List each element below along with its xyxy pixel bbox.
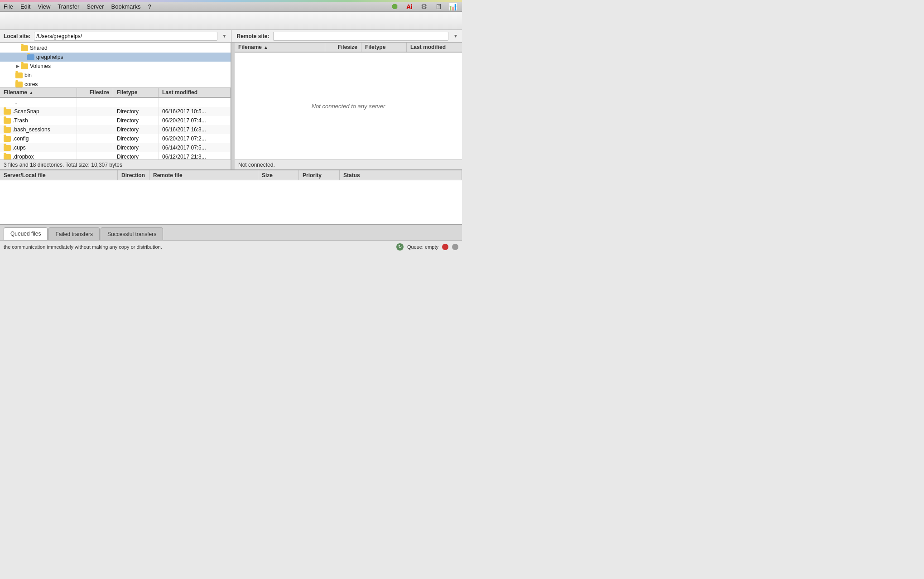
toolbar-icon-activity[interactable]: 📊 [448, 1, 458, 12]
local-site-input[interactable] [34, 32, 217, 41]
t-col-priority[interactable]: Priority [299, 170, 340, 180]
left-panel: Shared gregphelps ▶ Volumes bin cores [0, 43, 231, 169]
bottom-status-text: the communication immediately without ma… [4, 244, 162, 250]
left-col-filetype[interactable]: Filetype [113, 88, 159, 97]
menubar-item-file[interactable]: File [4, 3, 13, 10]
toolbar-icon-monitor[interactable]: 🖥 [433, 1, 444, 12]
tabs-bar: Queued files Failed transfers Successful… [0, 224, 462, 240]
tree-label-gregphelps: gregphelps [36, 54, 63, 60]
tree-item-cores[interactable]: cores [0, 80, 231, 88]
tree-item-shared[interactable]: Shared [0, 43, 231, 53]
t-col-server[interactable]: Server/Local file [0, 170, 118, 180]
remote-site-label: Remote site: [233, 33, 273, 39]
right-col-modified[interactable]: Last modified [407, 43, 462, 52]
local-site-label: Local site: [0, 33, 34, 39]
t-col-direction[interactable]: Direction [118, 170, 149, 180]
menubar-item-help[interactable]: ? [148, 3, 151, 10]
folder-icon [4, 145, 11, 151]
filesize-cell [77, 152, 113, 159]
right-panel: Filename ▲ Filesize Filetype Last modifi… [235, 43, 462, 169]
left-col-modified[interactable]: Last modified [159, 88, 231, 97]
left-col-filesize[interactable]: Filesize [77, 88, 113, 97]
transfer-content [0, 180, 462, 224]
panel-scrollbar[interactable] [231, 43, 235, 169]
table-row[interactable]: .config Directory 06/20/2017 07:2... [0, 134, 231, 143]
filename-cell: .Trash [13, 117, 28, 124]
tree-item-volumes[interactable]: ▶ Volumes [0, 62, 231, 71]
tree-label-bin: bin [24, 72, 32, 78]
filesize-cell [77, 107, 113, 116]
tab-failed-transfers[interactable]: Failed transfers [48, 227, 100, 240]
t-col-status[interactable]: Status [340, 170, 462, 180]
filesize-cell [77, 143, 113, 152]
table-row[interactable]: .dropbox Directory 06/12/2017 21:3... [0, 152, 231, 159]
menubar: File Edit View Transfer Server Bookmarks… [0, 2, 462, 12]
modified-cell: 06/16/2017 16:3... [159, 125, 231, 134]
folder-icon [4, 118, 11, 124]
filesize-cell [77, 98, 113, 107]
modified-cell: 06/14/2017 07:5... [159, 143, 231, 152]
transfer-col-headers: Server/Local file Direction Remote file … [0, 170, 462, 180]
left-status-text: 3 files and 18 directories. Total size: … [4, 162, 122, 168]
tree-arrow-gregphelps [21, 54, 27, 60]
local-site-dropdown[interactable]: ▼ [220, 32, 229, 41]
filesize-cell [77, 116, 113, 125]
menubar-item-edit[interactable]: Edit [20, 3, 30, 10]
table-row[interactable]: .bash_sessions Directory 06/16/2017 16:3… [0, 125, 231, 134]
folder-icon [4, 127, 11, 133]
right-col-filetype[interactable]: Filetype [361, 43, 407, 52]
tree-item-gregphelps[interactable]: gregphelps [0, 53, 231, 62]
transfer-area: Server/Local file Direction Remote file … [0, 169, 462, 224]
right-col-filesize[interactable]: Filesize [325, 43, 361, 52]
filetype-cell: Directory [113, 134, 159, 143]
filetype-cell: Directory [113, 116, 159, 125]
filetype-cell: Directory [113, 125, 159, 134]
stop-button[interactable] [442, 244, 448, 250]
filetype-cell: Directory [113, 107, 159, 116]
table-row[interactable]: .cups Directory 06/14/2017 07:5... [0, 143, 231, 152]
modified-cell: 06/20/2017 07:4... [159, 116, 231, 125]
main-panels: Shared gregphelps ▶ Volumes bin cores [0, 43, 462, 169]
table-row[interactable]: .ScanSnap Directory 06/16/2017 10:5... [0, 107, 231, 116]
menubar-item-server[interactable]: Server [87, 3, 104, 10]
table-row[interactable]: .. [0, 98, 231, 107]
right-col-filename[interactable]: Filename ▲ [235, 43, 325, 52]
right-not-connected: Not connected to any server [235, 53, 462, 159]
tree-arrow-cores [9, 81, 15, 87]
folder-icon [4, 109, 11, 115]
toolbar-icon-adobe[interactable]: Ai [404, 1, 415, 12]
filename-cell: .bash_sessions [13, 126, 50, 133]
tree-arrow-volumes: ▶ [14, 63, 21, 69]
file-tree[interactable]: Shared gregphelps ▶ Volumes bin cores [0, 43, 231, 88]
tree-arrow-bin [9, 72, 15, 78]
bottom-status-bar: the communication immediately without ma… [0, 240, 462, 253]
filetype-cell: Directory [113, 152, 159, 159]
filesize-cell [77, 134, 113, 143]
remote-site-dropdown[interactable]: ▼ [451, 32, 460, 41]
t-col-size[interactable]: Size [258, 170, 299, 180]
tab-queued-files[interactable]: Queued files [4, 227, 48, 240]
folder-icon-cores [15, 82, 23, 87]
queue-icon: ↻ [396, 243, 404, 251]
toolbar [0, 12, 462, 30]
modified-cell: 06/12/2017 21:3... [159, 152, 231, 159]
left-col-filename[interactable]: Filename ▲ [0, 88, 77, 97]
t-col-remote[interactable]: Remote file [149, 170, 258, 180]
folder-icon-volumes [21, 63, 28, 69]
folder-icon [4, 154, 11, 160]
modified-cell [159, 98, 231, 107]
table-row[interactable]: .Trash Directory 06/20/2017 07:4... [0, 116, 231, 125]
pause-button[interactable] [452, 244, 458, 250]
toolbar-icon-1[interactable]: ⏺ [390, 1, 400, 12]
toolbar-icon-settings[interactable]: ⚙ [419, 1, 429, 12]
left-col-header: Filename ▲ Filesize Filetype Last modifi… [0, 88, 231, 98]
folder-icon-shared [21, 45, 28, 51]
tree-label-volumes: Volumes [30, 63, 51, 69]
tab-successful-transfers[interactable]: Successful transfers [101, 227, 163, 240]
filename-cell: .dropbox [13, 154, 34, 159]
menubar-item-transfer[interactable]: Transfer [58, 3, 79, 10]
menubar-item-bookmarks[interactable]: Bookmarks [111, 3, 141, 10]
menubar-item-view[interactable]: View [38, 3, 50, 10]
remote-site-input[interactable] [273, 32, 448, 41]
tree-item-bin[interactable]: bin [0, 71, 231, 80]
